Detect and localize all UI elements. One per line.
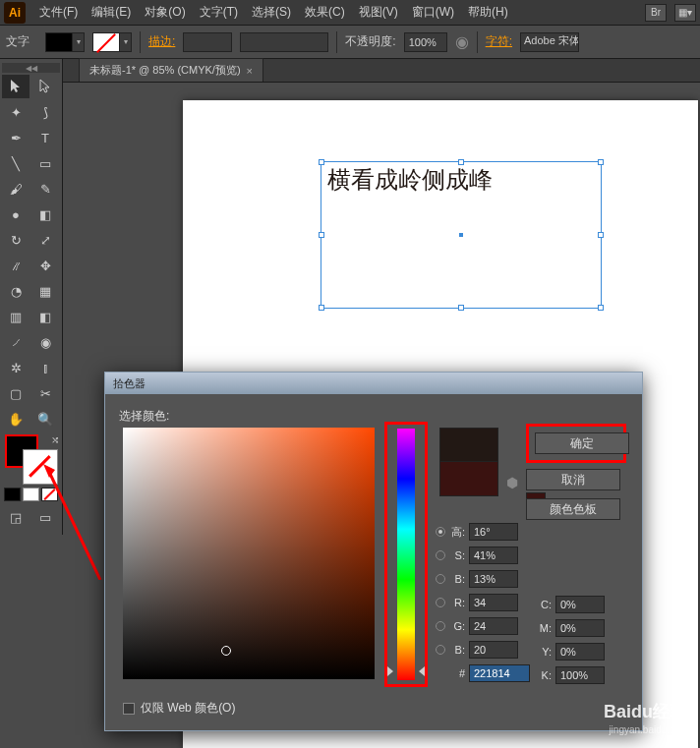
text-frame[interactable]: 横看成岭侧成峰	[321, 161, 602, 309]
fill-dropdown[interactable]: ▾	[73, 32, 85, 52]
cancel-button[interactable]: 取消	[526, 469, 620, 490]
color-cursor[interactable]	[221, 646, 231, 656]
paintbrush-tool[interactable]: 🖌	[2, 177, 29, 201]
color-mode-none[interactable]	[41, 488, 58, 501]
fill-swatch[interactable]	[45, 32, 73, 52]
input-rgb-b[interactable]	[469, 641, 518, 659]
stroke-dropdown[interactable]: ▾	[120, 32, 132, 52]
input-s[interactable]	[469, 547, 518, 564]
opacity-input[interactable]	[404, 32, 447, 52]
handle-center[interactable]	[459, 233, 463, 237]
input-hex[interactable]	[469, 664, 530, 682]
rotate-tool[interactable]: ↻	[2, 228, 29, 252]
radio-rgb-b[interactable]	[436, 645, 445, 655]
stroke-label[interactable]: 描边:	[148, 33, 175, 50]
stroke-style-select[interactable]	[240, 32, 328, 52]
color-mode-solid[interactable]	[4, 488, 21, 501]
draw-mode-normal[interactable]: ◲	[2, 505, 29, 529]
stroke-swatch[interactable]	[92, 32, 120, 52]
handle-br[interactable]	[598, 305, 604, 311]
font-select[interactable]: Adobe 宋体	[520, 32, 579, 52]
screen-mode[interactable]: ▭	[31, 505, 59, 529]
input-b[interactable]	[469, 570, 518, 588]
radio-s[interactable]	[436, 550, 445, 560]
input-c[interactable]	[555, 596, 605, 613]
width-tool[interactable]: ⫽	[2, 254, 29, 277]
lasso-tool[interactable]: ⟆	[31, 100, 59, 124]
slice-tool[interactable]: ✂	[31, 381, 59, 405]
web-only-checkbox[interactable]	[123, 703, 135, 715]
input-y[interactable]	[555, 643, 605, 661]
recolor-icon[interactable]: ◉	[455, 32, 469, 51]
handle-bl[interactable]	[319, 305, 324, 311]
blend-tool[interactable]: ◉	[31, 330, 59, 354]
tab-close-icon[interactable]: ×	[247, 65, 253, 77]
menu-edit[interactable]: 编辑(E)	[86, 1, 137, 24]
eyedropper-tool[interactable]: ⟋	[2, 330, 29, 354]
hue-slider-left[interactable]	[387, 666, 393, 676]
bridge-button[interactable]: Br	[645, 4, 667, 22]
radio-b[interactable]	[436, 574, 445, 584]
menu-view[interactable]: 视图(V)	[353, 1, 404, 24]
symbol-sprayer-tool[interactable]: ✲	[2, 356, 29, 379]
scale-tool[interactable]: ⤢	[31, 228, 59, 252]
swatches-button[interactable]: 颜色色板	[526, 498, 620, 520]
radio-h[interactable]	[436, 527, 445, 537]
menu-window[interactable]: 窗口(W)	[406, 1, 460, 24]
blob-brush-tool[interactable]: ●	[2, 202, 29, 226]
free-transform-tool[interactable]: ✥	[31, 254, 59, 277]
document-tab[interactable]: 未标题-1* @ 85% (CMYK/预览) ×	[79, 58, 263, 82]
hand-tool[interactable]: ✋	[2, 407, 29, 431]
text-content[interactable]: 横看成岭侧成峰	[321, 162, 601, 198]
handle-mr[interactable]	[598, 232, 604, 238]
color-field[interactable]	[123, 428, 375, 679]
menu-type[interactable]: 文字(T)	[194, 1, 244, 24]
line-tool[interactable]: ╲	[2, 151, 29, 175]
graph-tool[interactable]: ⫿	[31, 356, 59, 379]
eraser-tool[interactable]: ◧	[31, 202, 59, 226]
menu-effect[interactable]: 效果(C)	[299, 1, 351, 24]
stroke-color-swatch[interactable]	[24, 450, 57, 484]
magic-wand-tool[interactable]: ✦	[2, 100, 29, 124]
preview-old-color[interactable]	[439, 462, 498, 496]
color-mode-gradient[interactable]	[23, 488, 39, 501]
selection-tool[interactable]	[2, 75, 29, 98]
direct-selection-tool[interactable]	[31, 75, 59, 98]
handle-tc[interactable]	[458, 159, 464, 165]
artboard-tool[interactable]: ▢	[2, 381, 29, 405]
input-h[interactable]	[469, 523, 518, 541]
menu-object[interactable]: 对象(O)	[139, 1, 191, 24]
radio-r[interactable]	[436, 598, 445, 607]
menu-select[interactable]: 选择(S)	[246, 1, 297, 24]
toolbar-collapse[interactable]: ◀◀	[2, 63, 60, 73]
character-label[interactable]: 字符:	[486, 33, 512, 50]
menu-file[interactable]: 文件(F)	[33, 1, 84, 24]
handle-bc[interactable]	[458, 305, 464, 311]
ok-button[interactable]: 确定	[535, 432, 629, 454]
gradient-tool[interactable]: ◧	[31, 305, 59, 328]
input-m[interactable]	[555, 619, 605, 637]
menu-help[interactable]: 帮助(H)	[462, 1, 514, 24]
type-tool[interactable]: T	[31, 126, 59, 149]
input-g[interactable]	[469, 617, 518, 635]
rectangle-tool[interactable]: ▭	[31, 151, 59, 175]
stroke-weight-input[interactable]	[183, 32, 232, 52]
handle-tl[interactable]	[319, 159, 324, 165]
handle-tr[interactable]	[598, 159, 604, 165]
input-k[interactable]	[555, 666, 605, 684]
zoom-tool[interactable]: 🔍	[31, 407, 59, 431]
pencil-tool[interactable]: ✎	[31, 177, 59, 201]
shape-builder-tool[interactable]: ◔	[2, 279, 29, 303]
swap-fill-stroke-icon[interactable]: ⤭	[51, 434, 59, 445]
dialog-titlebar[interactable]: 拾色器	[105, 373, 642, 394]
pen-tool[interactable]: ✒	[2, 126, 29, 149]
radio-g[interactable]	[436, 621, 445, 631]
perspective-tool[interactable]: ▦	[31, 279, 59, 303]
mesh-tool[interactable]: ▥	[2, 305, 29, 328]
hue-slider-right[interactable]	[419, 666, 425, 676]
handle-ml[interactable]	[319, 232, 324, 238]
input-r[interactable]	[469, 594, 518, 611]
arrange-button[interactable]: ▦▾	[674, 4, 696, 22]
hue-strip[interactable]	[397, 429, 415, 680]
gamut-warning-icon[interactable]: ⬢	[506, 475, 518, 490]
